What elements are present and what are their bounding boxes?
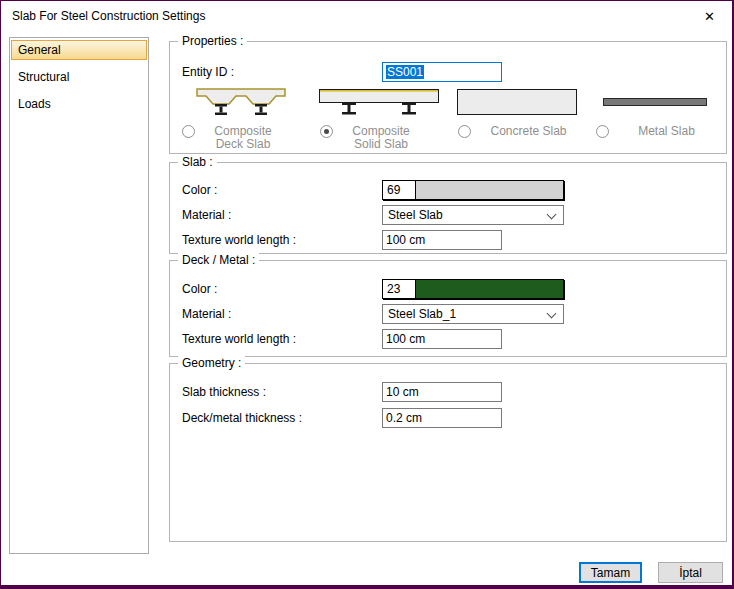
radio-row-concrete: Concrete Slab [448, 125, 586, 138]
slab-type-composite-solid: Composite Solid Slab [310, 88, 448, 151]
slab-thickness-input[interactable]: 10 cm [382, 382, 502, 402]
slab-material-value: Steel Slab [388, 208, 443, 222]
slab-color-swatch [416, 181, 563, 199]
geometry-group: Geometry : Slab thickness : 10 cm Deck/m… [169, 363, 727, 542]
radio-composite-solid-slab[interactable] [320, 125, 333, 138]
deck-metal-group: Deck / Metal : Color : 23 Material : Ste… [169, 260, 727, 357]
entity-id-input[interactable]: SS001 [382, 62, 502, 82]
deck-metal-group-label: Deck / Metal : [178, 253, 259, 267]
deck-texture-value: 100 cm [386, 332, 425, 346]
properties-group: Properties : Entity ID : SS001 [169, 41, 727, 154]
entity-id-label: Entity ID : [182, 62, 234, 82]
deck-thickness-label: Deck/metal thickness : [182, 408, 302, 428]
deck-material-label: Material : [182, 304, 231, 324]
radio-label-composite-solid: Composite Solid Slab [333, 125, 429, 151]
close-icon: ✕ [704, 9, 715, 24]
radio-concrete-slab[interactable] [458, 125, 471, 138]
chevron-down-icon [547, 210, 557, 220]
slab-color-label: Color : [182, 180, 217, 200]
radio-row-composite-solid: Composite Solid Slab [310, 125, 448, 151]
slab-material-label: Material : [182, 205, 231, 225]
deck-material-select[interactable]: Steel Slab_1 [382, 304, 564, 324]
title-bar: Slab For Steel Construction Settings ✕ [1, 1, 732, 31]
sidebar-item-general[interactable]: General [11, 40, 147, 60]
close-button[interactable]: ✕ [687, 1, 732, 31]
properties-group-label: Properties : [178, 34, 247, 48]
radio-label-metal: Metal Slab [609, 125, 724, 138]
slab-type-selector: Composite Deck Slab Comp [172, 88, 724, 151]
slab-color-index: 69 [383, 181, 416, 199]
slab-thickness-value: 10 cm [386, 385, 419, 399]
radio-row-metal: Metal Slab [586, 125, 724, 138]
slab-texture-input[interactable]: 100 cm [382, 230, 502, 250]
sidebar: General Structural Loads [9, 37, 149, 554]
ok-button[interactable]: Tamam [579, 562, 642, 583]
deck-texture-label: Texture world length : [182, 329, 296, 349]
slab-thickness-label: Slab thickness : [182, 382, 266, 402]
composite-solid-slab-icon [310, 88, 448, 116]
radio-row-composite-deck: Composite Deck Slab [172, 125, 310, 151]
deck-color-index: 23 [383, 280, 416, 298]
deck-material-value: Steel Slab_1 [388, 307, 456, 321]
deck-texture-input[interactable]: 100 cm [382, 329, 502, 349]
slab-texture-label: Texture world length : [182, 230, 296, 250]
slab-group-label: Slab : [178, 155, 217, 169]
radio-metal-slab[interactable] [596, 125, 609, 138]
composite-deck-slab-icon [172, 88, 310, 116]
slab-material-select[interactable]: Steel Slab [382, 205, 564, 225]
sidebar-item-loads[interactable]: Loads [11, 94, 147, 114]
window-title: Slab For Steel Construction Settings [12, 9, 205, 23]
slab-group: Slab : Color : 69 Material : Steel Slab … [169, 162, 727, 254]
sidebar-item-structural[interactable]: Structural [11, 67, 147, 87]
deck-thickness-input[interactable]: 0.2 cm [382, 408, 502, 428]
slab-type-metal: Metal Slab [586, 88, 724, 151]
entity-id-value: SS001 [386, 65, 424, 79]
radio-composite-deck-slab[interactable] [182, 125, 195, 138]
cancel-button[interactable]: İptal [658, 562, 723, 583]
deck-thickness-value: 0.2 cm [386, 411, 422, 425]
slab-color-picker[interactable]: 69 [382, 180, 564, 200]
chevron-down-icon [547, 309, 557, 319]
deck-color-label: Color : [182, 279, 217, 299]
metal-slab-icon [586, 88, 724, 116]
slab-type-concrete: Concrete Slab [448, 88, 586, 151]
concrete-slab-icon [448, 88, 586, 116]
radio-label-composite-deck: Composite Deck Slab [195, 125, 291, 151]
slab-texture-value: 100 cm [386, 233, 425, 247]
radio-label-concrete: Concrete Slab [471, 125, 586, 138]
geometry-group-label: Geometry : [178, 356, 245, 370]
slab-type-composite-deck: Composite Deck Slab [172, 88, 310, 151]
slab-settings-dialog: Slab For Steel Construction Settings ✕ G… [0, 0, 734, 589]
deck-color-picker[interactable]: 23 [382, 279, 564, 299]
deck-color-swatch [416, 280, 563, 298]
